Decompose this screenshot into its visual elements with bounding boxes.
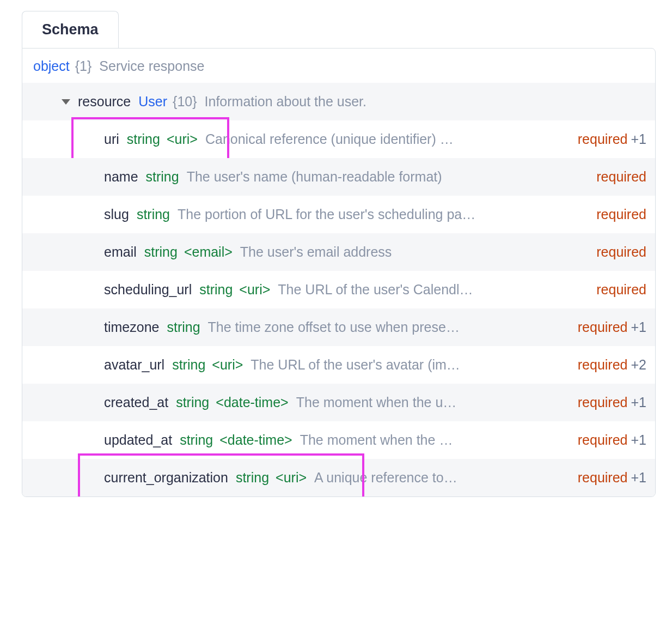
field-row-created_at[interactable]: created_at string <date-time> The moment…	[22, 384, 655, 421]
required-badge: required	[578, 357, 628, 373]
field-desc: The URL of the user's avatar (im…	[251, 357, 572, 373]
extra-count: +1	[631, 470, 646, 486]
field-desc: The user's name (human-readable format)	[187, 169, 591, 185]
field-format: <uri>	[276, 470, 307, 486]
field-name: timezone	[104, 319, 159, 335]
field-format: <uri>	[212, 357, 243, 373]
extra-count: +1	[631, 395, 646, 410]
required-badge: required	[596, 169, 646, 185]
field-row-timezone[interactable]: timezone string The time zone offset to …	[22, 308, 655, 346]
field-row-uri[interactable]: uri string <uri> Canonical reference (un…	[22, 120, 655, 158]
field-type: string	[144, 244, 178, 260]
field-type: string	[146, 169, 179, 185]
field-type: string	[127, 131, 160, 147]
field-desc: The moment when the u…	[296, 395, 572, 410]
field-row-email[interactable]: email string <email> The user's email ad…	[22, 233, 655, 271]
field-name: current_organization	[104, 470, 228, 486]
field-format: <uri>	[239, 282, 270, 298]
field-name: slug	[104, 207, 129, 222]
field-type: string	[172, 357, 205, 373]
field-type: string	[199, 282, 233, 298]
field-row-avatar_url[interactable]: avatar_url string <uri> The URL of the u…	[22, 346, 655, 384]
resource-count: {10}	[173, 94, 197, 110]
field-format: <email>	[184, 244, 233, 260]
schema-panel: object {1} Service response resource Use…	[22, 48, 656, 497]
field-type: string	[176, 395, 209, 410]
schema-root-row[interactable]: object {1} Service response	[22, 49, 655, 83]
field-row-updated_at[interactable]: updated_at string <date-time> The moment…	[22, 421, 655, 459]
field-desc: The user's email address	[240, 244, 591, 260]
field-name: uri	[104, 131, 119, 147]
extra-count: +1	[631, 131, 646, 147]
field-name: created_at	[104, 395, 168, 410]
field-type: string	[167, 319, 200, 335]
required-badge: required	[578, 395, 628, 410]
field-desc: Canonical reference (unique identifier) …	[205, 131, 572, 147]
chevron-down-icon	[62, 99, 70, 105]
field-type: string	[180, 432, 213, 448]
field-desc: The moment when the …	[300, 432, 572, 448]
required-badge: required	[596, 244, 646, 260]
resource-row[interactable]: resource User {10} Information about the…	[22, 83, 655, 120]
field-type: string	[236, 470, 269, 486]
field-row-scheduling_url[interactable]: scheduling_url string <uri> The URL of t…	[22, 271, 655, 308]
field-row-current_organization[interactable]: current_organization string <uri> A uniq…	[22, 459, 655, 496]
required-badge: required	[578, 319, 628, 335]
field-name: resource	[78, 94, 131, 110]
extra-count: +1	[631, 319, 646, 335]
extra-count: +2	[631, 357, 646, 373]
required-badge: required	[578, 470, 628, 486]
field-desc: The time zone offset to use when prese…	[208, 319, 572, 335]
root-desc: Service response	[99, 58, 204, 74]
field-row-slug[interactable]: slug string The portion of URL for the u…	[22, 196, 655, 233]
required-badge: required	[596, 282, 646, 298]
field-type: string	[137, 207, 170, 222]
field-desc: The URL of the user's Calendl…	[278, 282, 591, 298]
root-count: {1}	[75, 58, 92, 74]
field-desc: The portion of URL for the user's schedu…	[178, 207, 591, 222]
required-badge: required	[596, 207, 646, 222]
field-name: avatar_url	[104, 357, 164, 373]
resource-type: User	[138, 94, 167, 110]
field-desc: A unique reference to…	[314, 470, 572, 486]
tab-schema[interactable]: Schema	[22, 11, 119, 48]
required-badge: required	[578, 131, 628, 147]
field-name: updated_at	[104, 432, 172, 448]
root-type: object	[33, 58, 70, 74]
field-format: <date-time>	[219, 432, 292, 448]
field-format: <date-time>	[216, 395, 288, 410]
field-name: scheduling_url	[104, 282, 192, 298]
field-name: email	[104, 244, 137, 260]
required-badge: required	[578, 432, 628, 448]
field-row-name[interactable]: name string The user's name (human-reada…	[22, 158, 655, 196]
field-name: name	[104, 169, 138, 185]
extra-count: +1	[631, 432, 646, 448]
resource-desc: Information about the user.	[205, 94, 366, 110]
field-format: <uri>	[167, 131, 198, 147]
